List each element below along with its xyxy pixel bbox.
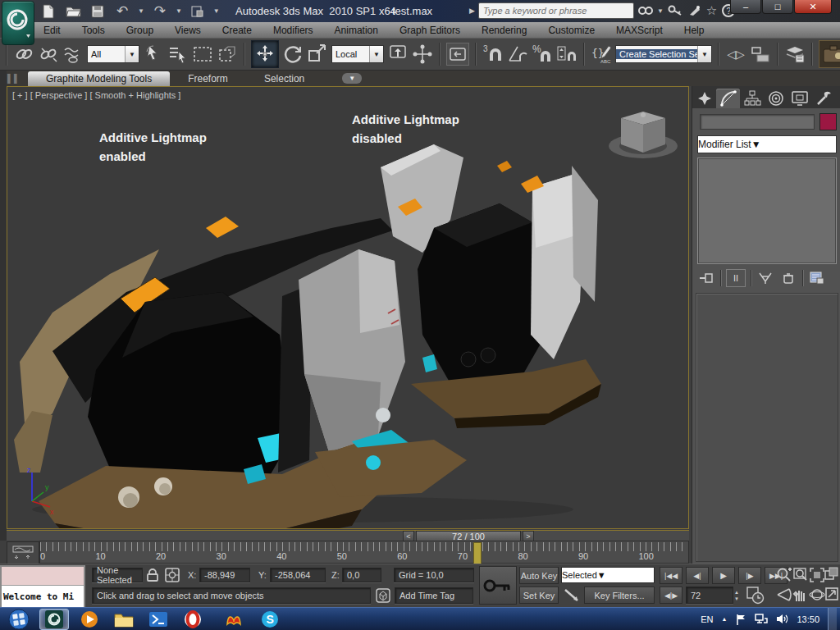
pin-stack-icon[interactable] bbox=[697, 270, 715, 286]
menu-item-rendering[interactable]: Rendering bbox=[471, 25, 537, 36]
make-unique-icon[interactable] bbox=[756, 270, 774, 286]
animation-selection-dropdown[interactable]: Selected ▼ bbox=[561, 567, 655, 583]
tab-modify-icon[interactable] bbox=[716, 89, 740, 108]
add-time-tag-field[interactable]: Add Time Tag bbox=[395, 587, 473, 604]
orbit-icon[interactable] bbox=[809, 587, 825, 603]
set-keys-button[interactable] bbox=[479, 566, 517, 605]
new-file-icon[interactable] bbox=[39, 3, 57, 20]
snaps-toggle-3d-icon[interactable]: 3 bbox=[482, 43, 504, 65]
maxscript-mini-listener[interactable]: Welcome to Mi bbox=[0, 565, 85, 607]
named-selection-set-dropdown[interactable]: Create Selection Se ▼ bbox=[615, 45, 712, 63]
tab-motion-icon[interactable] bbox=[764, 89, 788, 108]
pan-hand-icon[interactable] bbox=[792, 587, 809, 603]
modifier-list-dropdown[interactable]: Modifier List ▼ bbox=[697, 135, 837, 153]
action-center-flag-icon[interactable] bbox=[735, 614, 746, 625]
minimize-button[interactable]: – bbox=[730, 0, 761, 14]
menu-item-modifiers[interactable]: Modifiers bbox=[262, 25, 324, 36]
coord-z-field[interactable]: 0,0 bbox=[342, 568, 381, 582]
select-and-link-icon[interactable] bbox=[13, 43, 34, 65]
bind-to-space-warp-icon[interactable] bbox=[62, 43, 84, 65]
unlink-selection-icon[interactable] bbox=[38, 43, 59, 65]
coord-y-field[interactable]: -258,064 bbox=[270, 568, 326, 582]
search-caret-icon[interactable]: ▼ bbox=[657, 7, 664, 15]
favorites-star-icon[interactable]: ☆ bbox=[706, 3, 717, 18]
zoom-all-icon[interactable] bbox=[792, 567, 809, 583]
selection-filter-caret-icon[interactable]: ▼ bbox=[125, 46, 139, 62]
next-frame-button[interactable]: |▶ bbox=[738, 567, 761, 584]
clock[interactable]: 13:50 bbox=[797, 614, 819, 624]
undo-icon[interactable]: ↶ bbox=[113, 3, 131, 20]
listener-output-pane[interactable]: Welcome to Mi bbox=[2, 586, 84, 607]
zoom-extents-all-icon[interactable] bbox=[824, 567, 840, 583]
tab-graphite-modeling-tools[interactable]: Graphite Modeling Tools bbox=[28, 71, 170, 86]
perspective-viewport[interactable]: z y x [ + ] [ Perspective ] [ Smooth + H… bbox=[7, 86, 689, 529]
layer-manager-icon[interactable] bbox=[784, 43, 806, 65]
object-color-swatch[interactable] bbox=[819, 113, 837, 130]
frame-spinner[interactable]: ▲ ▼ bbox=[734, 587, 742, 604]
reference-coordinate-caret-icon[interactable]: ▼ bbox=[369, 46, 383, 62]
language-indicator[interactable]: EN bbox=[701, 614, 713, 624]
edit-named-selection-sets-icon[interactable]: {}ABC bbox=[591, 43, 612, 65]
select-object-icon[interactable] bbox=[143, 43, 164, 65]
menu-item-tools[interactable]: Tools bbox=[71, 25, 116, 36]
listener-macro-pane[interactable] bbox=[2, 567, 84, 586]
previous-frame-button[interactable]: ◀| bbox=[686, 567, 709, 584]
tab-utilities-icon[interactable] bbox=[811, 89, 835, 108]
rectangular-selection-region-icon[interactable] bbox=[192, 43, 213, 65]
start-button[interactable] bbox=[5, 609, 33, 629]
tab-display-icon[interactable] bbox=[788, 89, 811, 108]
menu-item-group[interactable]: Group bbox=[116, 25, 164, 36]
search-arrow-icon[interactable]: ▶ bbox=[469, 7, 475, 15]
selection-filter-dropdown[interactable]: All ▼ bbox=[87, 45, 139, 63]
maximize-button[interactable]: □ bbox=[762, 0, 793, 14]
menu-item-customize[interactable]: Customize bbox=[537, 25, 605, 36]
volume-icon[interactable] bbox=[776, 614, 788, 624]
angle-snap-toggle-icon[interactable] bbox=[507, 43, 528, 65]
menu-item-help[interactable]: Help bbox=[673, 25, 715, 36]
menu-item-animation[interactable]: Animation bbox=[324, 25, 389, 36]
configure-modifier-sets-icon[interactable] bbox=[808, 270, 826, 286]
close-button[interactable]: ✕ bbox=[794, 0, 832, 14]
network-icon[interactable] bbox=[755, 614, 768, 624]
use-pivot-point-icon[interactable] bbox=[387, 43, 409, 65]
time-configuration-icon[interactable] bbox=[746, 587, 765, 605]
select-and-move-icon[interactable] bbox=[251, 40, 279, 68]
align-icon[interactable] bbox=[750, 43, 771, 65]
taskbar-powershell-icon[interactable] bbox=[144, 609, 172, 629]
set-key-button[interactable]: Set Key bbox=[519, 587, 559, 604]
percent-snap-toggle-icon[interactable]: % bbox=[532, 43, 553, 65]
track-bar[interactable]: 0 10 20 30 40 50 60 70 80 90 100 bbox=[0, 541, 692, 564]
auto-key-button[interactable]: Auto Key bbox=[519, 567, 559, 584]
time-slider[interactable]: < 72 / 100 > bbox=[7, 530, 689, 541]
qat-caret-icon[interactable]: ▼ bbox=[213, 7, 220, 15]
tab-freeform[interactable]: Freeform bbox=[170, 71, 246, 86]
taskbar-skype-icon[interactable]: S bbox=[256, 609, 284, 629]
taskbar-media-player-icon[interactable] bbox=[75, 609, 103, 629]
window-crossing-icon[interactable] bbox=[217, 43, 238, 65]
default-in-out-tangent-icon[interactable] bbox=[563, 587, 581, 604]
subscription-key-icon[interactable] bbox=[667, 2, 683, 19]
isolate-selection-icon[interactable] bbox=[375, 587, 391, 604]
search-icon[interactable] bbox=[637, 2, 654, 19]
selection-lock-icon[interactable] bbox=[146, 568, 159, 582]
spinner-snap-toggle-icon[interactable] bbox=[556, 43, 578, 65]
menu-item-create[interactable]: Create bbox=[212, 25, 262, 36]
object-name-field[interactable] bbox=[700, 114, 815, 130]
zoom-extents-icon[interactable] bbox=[809, 567, 825, 583]
maximize-viewport-toggle-icon[interactable] bbox=[824, 587, 840, 603]
taskbar-opera-icon[interactable] bbox=[179, 609, 207, 629]
field-of-view-icon[interactable] bbox=[776, 587, 792, 603]
current-frame-marker[interactable] bbox=[473, 542, 482, 564]
search-input[interactable] bbox=[478, 2, 634, 19]
key-filters-button[interactable]: Key Filters... bbox=[584, 587, 655, 604]
keyboard-shortcut-override-icon[interactable] bbox=[446, 43, 469, 66]
menu-item-edit[interactable]: Edit bbox=[33, 25, 71, 36]
menu-item-views[interactable]: Views bbox=[164, 25, 212, 36]
save-file-icon[interactable] bbox=[89, 3, 107, 20]
taskbar-explorer-icon[interactable] bbox=[110, 609, 138, 629]
remove-modifier-icon[interactable] bbox=[779, 270, 797, 286]
taskbar-3dsmax-icon[interactable] bbox=[39, 609, 69, 630]
taskbar-miranda-icon[interactable] bbox=[220, 609, 248, 629]
select-and-manipulate-icon[interactable] bbox=[412, 43, 433, 65]
menu-item-maxscript[interactable]: MAXScript bbox=[605, 25, 673, 36]
